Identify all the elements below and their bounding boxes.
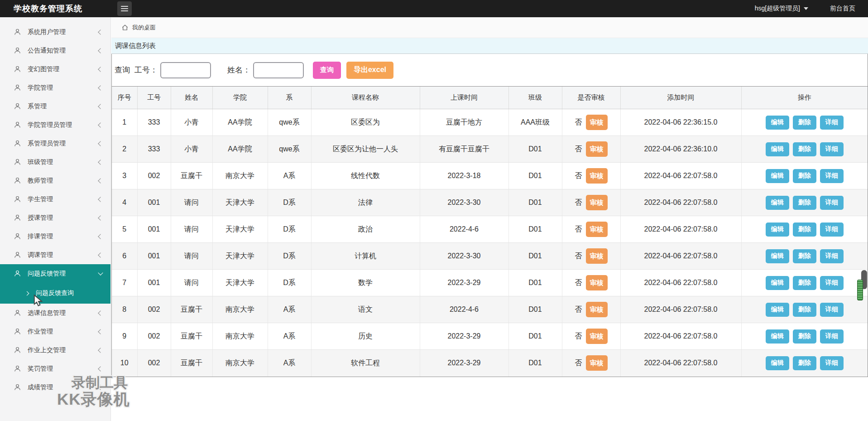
audit-button[interactable]: 审核	[586, 248, 608, 264]
audit-button[interactable]: 审核	[586, 275, 608, 290]
audit-button[interactable]: 审核	[586, 115, 608, 130]
sidebar-item-9[interactable]: 学生管理	[0, 190, 110, 208]
cell-name: 豆腐干	[171, 163, 212, 189]
sidebar-item-13[interactable]: 问题反馈管理	[0, 264, 110, 283]
sidebar-item-17[interactable]: 奖罚管理	[0, 359, 110, 378]
audit-button[interactable]: 审核	[586, 222, 608, 237]
sidebar-item-10[interactable]: 授课管理	[0, 208, 110, 227]
edit-button[interactable]: 编辑	[766, 329, 789, 344]
user-icon	[14, 309, 21, 317]
sidebar-item-label: 变幻图管理	[28, 65, 59, 73]
cell-name: 请问	[171, 270, 212, 296]
cell-name: 小青	[171, 136, 212, 163]
breadcrumb-label[interactable]: 我的桌面	[132, 24, 156, 32]
delete-button[interactable]: 删除	[793, 116, 816, 130]
delete-button[interactable]: 删除	[793, 303, 816, 317]
edit-button[interactable]: 编辑	[766, 223, 789, 237]
audit-button[interactable]: 审核	[586, 195, 608, 210]
app-title: 学校教务管理系统	[0, 3, 111, 14]
sidebar-item-14[interactable]: 选课信息管理	[0, 304, 110, 322]
detail-button[interactable]: 详细	[820, 356, 844, 370]
sidebar-item-18[interactable]: 成绩管理	[0, 378, 110, 397]
cell-time: 2022-3-29	[420, 323, 508, 350]
audit-status: 否	[575, 145, 582, 153]
delete-button[interactable]: 删除	[793, 142, 816, 156]
delete-button[interactable]: 删除	[793, 249, 816, 263]
job-no-input[interactable]	[160, 62, 211, 78]
menu-toggle-button[interactable]	[117, 1, 132, 16]
delete-button[interactable]: 删除	[793, 223, 816, 237]
delete-button[interactable]: 删除	[793, 196, 816, 210]
edit-button[interactable]: 编辑	[766, 196, 789, 210]
export-excel-button[interactable]: 导出excel	[346, 62, 393, 79]
cell-added-time: 2022-04-06 22:36:10.0	[620, 136, 741, 163]
cell-course: 法律	[311, 189, 420, 216]
cell-dept: qwe系	[268, 136, 311, 163]
column-header-2: 姓名	[171, 87, 212, 109]
sidebar-item-16[interactable]: 作业上交管理	[0, 341, 110, 359]
cell-class_name: D01	[508, 270, 562, 296]
sidebar-subitem-0[interactable]: 问题反馈查询	[0, 283, 110, 304]
sidebar-item-11[interactable]: 排课管理	[0, 227, 110, 246]
sidebar-nav: 系统用户管理公告通知管理变幻图管理学院管理系管理学院管理员管理系管理员管理班级管…	[0, 17, 111, 421]
sidebar-item-12[interactable]: 调课管理	[0, 246, 110, 264]
detail-button[interactable]: 详细	[820, 223, 844, 237]
cell-college: 天津大学	[212, 270, 268, 296]
sidebar-item-6[interactable]: 系管理员管理	[0, 134, 110, 153]
edit-button[interactable]: 编辑	[766, 142, 789, 156]
query-button[interactable]: 查询	[313, 62, 341, 79]
edit-button[interactable]: 编辑	[766, 303, 789, 317]
sidebar-item-0[interactable]: 系统用户管理	[0, 23, 110, 41]
audit-button[interactable]: 审核	[586, 141, 608, 157]
cell-audit: 否审核	[562, 296, 620, 323]
sidebar-item-15[interactable]: 作业管理	[0, 322, 110, 341]
cell-added-time: 2022-04-06 22:07:58.0	[620, 189, 741, 216]
edit-button[interactable]: 编辑	[766, 276, 789, 290]
audit-button[interactable]: 审核	[586, 329, 608, 344]
detail-button[interactable]: 详细	[820, 249, 844, 263]
table-row: 7001请问天津大学D系数学2022-3-29D01否审核2022-04-06 …	[112, 270, 868, 296]
name-input[interactable]	[253, 62, 304, 78]
delete-button[interactable]: 删除	[793, 276, 816, 290]
sidebar-item-5[interactable]: 学院管理员管理	[0, 116, 110, 134]
detail-button[interactable]: 详细	[820, 169, 844, 183]
audit-button[interactable]: 审核	[586, 355, 608, 371]
sidebar-item-1[interactable]: 公告通知管理	[0, 41, 110, 60]
cell-actions: 编辑删除详细	[741, 270, 868, 296]
edit-button[interactable]: 编辑	[766, 356, 789, 370]
delete-button[interactable]: 删除	[793, 169, 816, 183]
sidebar-item-4[interactable]: 系管理	[0, 97, 110, 116]
detail-button[interactable]: 详细	[820, 303, 844, 317]
chevron-left-icon	[98, 197, 103, 202]
user-dropdown[interactable]: hsg[超级管理员]	[755, 5, 808, 13]
detail-button[interactable]: 详细	[820, 142, 844, 156]
chevron-left-icon	[98, 252, 103, 257]
audit-button[interactable]: 审核	[586, 302, 608, 317]
sidebar-item-3[interactable]: 学院管理	[0, 78, 110, 97]
edit-button[interactable]: 编辑	[766, 116, 789, 130]
sidebar-item-7[interactable]: 班级管理	[0, 153, 110, 171]
detail-button[interactable]: 详细	[820, 196, 844, 210]
detail-button[interactable]: 详细	[820, 116, 844, 130]
edit-button[interactable]: 编辑	[766, 169, 789, 183]
cell-job_no: 333	[137, 136, 171, 163]
delete-button[interactable]: 删除	[793, 329, 816, 344]
sidebar-item-8[interactable]: 教师管理	[0, 171, 110, 190]
front-home-link[interactable]: 前台首页	[830, 5, 855, 13]
sidebar-item-2[interactable]: 变幻图管理	[0, 60, 110, 78]
delete-button[interactable]: 删除	[793, 356, 816, 370]
cell-college: 天津大学	[212, 243, 268, 270]
cell-course: 政治	[311, 216, 420, 243]
cell-course: 历史	[311, 323, 420, 350]
user-icon	[14, 84, 21, 92]
chevron-left-icon	[98, 215, 103, 220]
detail-button[interactable]: 详细	[820, 329, 844, 344]
detail-button[interactable]: 详细	[820, 276, 844, 290]
audit-button[interactable]: 审核	[586, 168, 608, 184]
chevron-left-icon	[98, 160, 103, 165]
audit-status: 否	[575, 279, 582, 286]
cell-seq: 2	[112, 136, 137, 163]
cell-college: 南京大学	[212, 350, 268, 377]
edit-button[interactable]: 编辑	[766, 249, 789, 263]
user-icon	[14, 270, 21, 277]
